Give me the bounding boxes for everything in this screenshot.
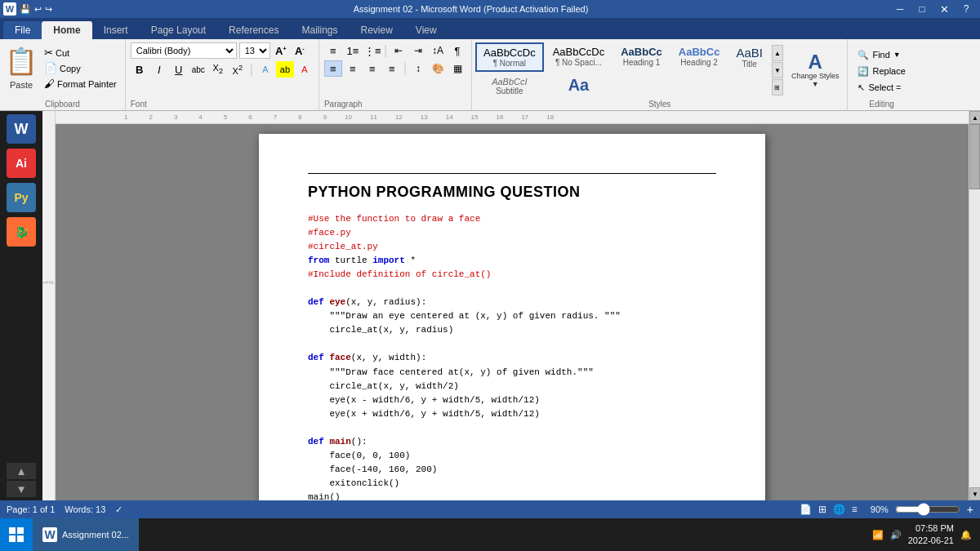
format-painter-button[interactable]: 🖌 Format Painter <box>41 77 120 91</box>
font-name-select[interactable]: Calibri (Body) <box>131 42 237 59</box>
undo-btn[interactable]: ↩ <box>34 4 42 15</box>
svg-rect-3 <box>17 535 24 542</box>
style-heading1[interactable]: AaBbCc Heading 1 <box>613 42 670 72</box>
tab-review[interactable]: Review <box>349 21 403 39</box>
style-emphasis[interactable]: Aa <box>546 73 612 99</box>
minimize-btn[interactable]: ─ <box>889 2 911 16</box>
network-icon[interactable]: 📶 <box>872 530 884 540</box>
sort-btn[interactable]: ↕A <box>429 42 447 59</box>
paste-label: Paste <box>10 80 33 90</box>
superscript-btn[interactable]: X2 <box>229 61 247 78</box>
vertical-scrollbar[interactable]: ▲ ▼ <box>969 111 980 500</box>
app4-icon[interactable]: 🐉 <box>7 217 36 247</box>
sidebar-scroll-up[interactable]: ▲ <box>7 463 36 479</box>
tab-insert[interactable]: Insert <box>92 21 140 39</box>
select-button[interactable]: ↖ Select = <box>853 81 910 95</box>
clipboard-group: 📋 Paste ✂ Cut 📄 Copy 🖌 Format Painter <box>0 39 126 110</box>
align-center-btn[interactable]: ≡ <box>344 60 362 77</box>
styles-scroll-down[interactable]: ▼ <box>772 62 783 78</box>
taskbar-word-btn[interactable]: W Assignment 02... <box>33 518 139 551</box>
styles-scroll-more[interactable]: ⊞ <box>772 79 783 96</box>
notification-btn[interactable]: 🔔 <box>960 530 972 540</box>
python-icon[interactable]: Py <box>7 183 36 212</box>
numbering-btn[interactable]: 1≡ <box>344 42 362 59</box>
view-print-btn[interactable]: 📄 <box>800 504 812 515</box>
tab-references[interactable]: References <box>217 21 290 39</box>
status-right: 📄 ⊞ 🌐 ≡ 90% + <box>800 503 973 516</box>
style-heading2[interactable]: AaBbCc Heading 2 <box>671 42 728 72</box>
view-fullscreen-btn[interactable]: ⊞ <box>818 504 826 515</box>
page-indicator: Page: 1 of 1 <box>7 504 55 514</box>
view-web-btn[interactable]: 🌐 <box>833 504 845 515</box>
increase-indent-btn[interactable]: ⇥ <box>409 42 427 59</box>
redo-btn[interactable]: ↪ <box>45 4 52 15</box>
tab-view[interactable]: View <box>404 21 448 39</box>
paste-button[interactable]: 📋 Paste <box>5 41 38 91</box>
page-title: PYTHON PROGRAMMING QUESTION <box>308 184 716 201</box>
italic-btn[interactable]: I <box>150 61 168 78</box>
change-styles-button[interactable]: A Change Styles ▼ <box>786 49 844 92</box>
multilevel-btn[interactable]: ⋮≡ <box>363 42 381 59</box>
cut-button[interactable]: ✂ Cut <box>41 46 120 60</box>
styles-group: AaBbCcDc ¶ Normal AaBbCcDc ¶ No Spaci...… <box>472 39 848 110</box>
sidebar-scroll-down[interactable]: ▼ <box>7 481 36 497</box>
find-button[interactable]: 🔍 Find ▼ <box>853 48 910 62</box>
adobe-icon[interactable]: Ai <box>7 149 36 178</box>
scroll-track <box>969 124 980 487</box>
border-btn[interactable]: ▦ <box>448 60 466 77</box>
view-outline-btn[interactable]: ≡ <box>852 504 858 515</box>
justify-btn[interactable]: ≡ <box>383 60 401 77</box>
tab-file[interactable]: File <box>3 21 42 39</box>
document-page: PYTHON PROGRAMMING QUESTION #Use the fun… <box>259 134 765 500</box>
quick-save[interactable]: 💾 <box>20 4 31 15</box>
font-group-label: Font <box>131 100 314 110</box>
tab-mailings[interactable]: Mailings <box>290 21 349 39</box>
volume-icon[interactable]: 🔊 <box>890 530 902 540</box>
line-spacing-btn[interactable]: ↕ <box>409 60 427 77</box>
copy-button[interactable]: 📄 Copy <box>41 61 120 75</box>
font-color-btn[interactable]: A <box>296 61 314 78</box>
style-subtitle[interactable]: AaBbCcI Subtitle <box>475 73 544 99</box>
text-highlight-btn[interactable]: ab <box>276 61 294 78</box>
close-btn[interactable]: ✕ <box>933 2 955 16</box>
window-controls: ─ □ ✕ ? <box>889 2 977 16</box>
doc-scroll-area[interactable]: PYTHON PROGRAMMING QUESTION #Use the fun… <box>56 124 969 500</box>
styles-scroll-up[interactable]: ▲ <box>772 45 783 61</box>
zoom-in-btn[interactable]: + <box>967 503 973 516</box>
styles-gallery: AaBbCcDc ¶ Normal AaBbCcDc ¶ No Spaci...… <box>475 42 770 99</box>
zoom-slider[interactable] <box>895 504 960 514</box>
tab-page-layout[interactable]: Page Layout <box>140 21 217 39</box>
decrease-indent-btn[interactable]: ⇤ <box>390 42 408 59</box>
styles-scroll: ▲ ▼ ⊞ <box>772 45 783 96</box>
scroll-thumb[interactable] <box>969 124 980 189</box>
vertical-ruler: 1 2 3 4 5 6 7 8 9 10 <box>42 111 56 500</box>
bullets-btn[interactable]: ≡ <box>324 42 342 59</box>
scroll-down-btn[interactable]: ▼ <box>969 487 980 500</box>
document-area: W Ai Py 🐉 ▲ ▼ 1 2 3 4 5 6 7 8 9 10 1 2 3 <box>0 111 980 500</box>
word-app-icon[interactable]: W <box>7 114 36 144</box>
style-normal[interactable]: AaBbCcDc ¶ Normal <box>475 42 544 72</box>
replace-button[interactable]: 🔄 Replace <box>853 64 910 78</box>
scroll-up-btn[interactable]: ▲ <box>969 111 980 124</box>
style-title[interactable]: AaBI Title <box>728 42 770 72</box>
show-marks-btn[interactable]: ¶ <box>448 42 466 59</box>
shrink-font-btn[interactable]: A- <box>292 42 308 59</box>
maximize-btn[interactable]: □ <box>911 2 933 16</box>
grow-font-btn[interactable]: A+ <box>273 42 289 59</box>
style-no-spacing[interactable]: AaBbCcDc ¶ No Spaci... <box>546 42 612 72</box>
help-btn[interactable]: ? <box>956 2 977 16</box>
start-button[interactable] <box>0 518 33 551</box>
proofing-icon[interactable]: ✓ <box>115 504 122 515</box>
subscript-btn[interactable]: X2 <box>209 61 227 78</box>
shading-btn[interactable]: 🎨 <box>429 60 447 77</box>
clipboard-label: Clipboard <box>45 100 80 110</box>
text-effects-btn[interactable]: A <box>256 61 274 78</box>
align-left-btn[interactable]: ≡ <box>324 60 342 77</box>
tab-home[interactable]: Home <box>42 21 91 39</box>
underline-btn[interactable]: U <box>170 61 188 78</box>
align-right-btn[interactable]: ≡ <box>363 60 381 77</box>
font-size-select[interactable]: 13 <box>239 42 270 59</box>
doc-container: 1 2 3 4 5 6 7 8 9 10 11 12 13 14 15 16 1… <box>56 111 969 500</box>
bold-btn[interactable]: B <box>131 61 149 78</box>
strikethrough-btn[interactable]: abc <box>189 61 207 78</box>
